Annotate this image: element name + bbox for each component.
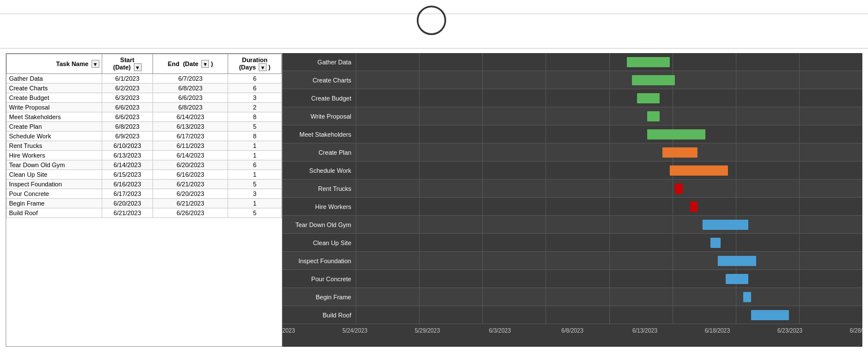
cell-task-name: Hire Workers [7, 151, 102, 160]
gantt-row: Build Roof [282, 306, 862, 324]
gantt-row: Inspect Foundation [282, 252, 862, 270]
gantt-row-label: Meet Stakeholders [282, 131, 356, 138]
cell-end: 6/8/2023 [153, 103, 228, 112]
table-row: Tear Down Old Gym 6/14/2023 6/20/2023 6 [7, 160, 282, 170]
gantt-bars-area [356, 107, 862, 125]
cell-task-name: Create Budget [7, 93, 102, 103]
gantt-row: Create Budget [282, 89, 862, 107]
task-table-container: Task Name ▼ Start(Date) ▼ End (Date ▼ ) … [6, 53, 282, 347]
gantt-bar [670, 165, 728, 176]
cell-start: 6/21/2023 [102, 208, 152, 218]
gantt-row-label: Create Plan [282, 149, 356, 156]
gantt-bar [637, 93, 660, 103]
end-filter-icon[interactable]: ▼ [201, 60, 209, 68]
brand-logo [417, 6, 452, 35]
gantt-bars-area [356, 252, 862, 269]
gantt-row: Create Charts [282, 71, 862, 89]
task-filter-icon[interactable]: ▼ [91, 60, 99, 68]
gantt-row-label: Write Proposal [282, 113, 356, 120]
gantt-row-label: Gather Data [282, 59, 356, 66]
cell-start: 6/6/2023 [102, 112, 152, 122]
gantt-row-label: Build Roof [282, 312, 356, 319]
gantt-row: Create Plan [282, 143, 862, 162]
table-row: Meet Stakeholders 6/6/2023 6/14/2023 8 [7, 112, 282, 122]
gantt-date-label: 5/19/2023 [282, 328, 295, 334]
cell-task-name: Clean Up Site [7, 170, 102, 180]
gantt-bars-area [356, 306, 862, 324]
gantt-date-label: 6/23/2023 [777, 328, 802, 334]
cell-start: 6/8/2023 [102, 122, 152, 132]
gantt-row-label: Begin Frame [282, 294, 356, 300]
gantt-row-label: Tear Down Old Gym [282, 221, 356, 228]
gantt-row-label: Rent Trucks [282, 185, 356, 192]
table-row: Inspect Foundation 6/16/2023 6/21/2023 5 [7, 180, 282, 189]
cell-start: 6/2/2023 [102, 84, 152, 93]
cell-task-name: Gather Data [7, 74, 102, 84]
start-filter-icon[interactable]: ▼ [134, 63, 142, 71]
header-divider2 [0, 48, 868, 49]
gantt-row: Write Proposal [282, 107, 862, 125]
gantt-row-label: Schedule Work [282, 167, 356, 174]
gantt-date-label: 6/18/2023 [705, 328, 730, 334]
table-row: Pour Concrete 6/17/2023 6/20/2023 3 [7, 189, 282, 199]
gantt-bars-area [356, 71, 862, 89]
cell-duration: 5 [228, 180, 282, 189]
gantt-bars-area [356, 234, 862, 251]
cell-start: 6/3/2023 [102, 93, 152, 103]
gantt-row: Meet Stakeholders [282, 125, 862, 143]
cell-duration: 3 [228, 93, 282, 103]
cell-task-name: Schedule Work [7, 132, 102, 141]
gantt-bar [751, 310, 789, 320]
dur-filter-icon[interactable]: ▼ [259, 63, 267, 71]
col-header-task: Task Name ▼ [7, 54, 102, 74]
gantt-bars-area [356, 162, 862, 179]
table-row: Create Plan 6/8/2023 6/13/2023 5 [7, 122, 282, 132]
cell-task-name: Pour Concrete [7, 189, 102, 199]
cell-end: 6/11/2023 [153, 141, 228, 151]
gantt-bar [743, 292, 751, 302]
main-content: Task Name ▼ Start(Date) ▼ End (Date ▼ ) … [0, 53, 868, 352]
gantt-bar [710, 238, 721, 248]
gantt-bar [690, 202, 697, 212]
gantt-row-label: Clean Up Site [282, 239, 356, 246]
cell-duration: 5 [228, 122, 282, 132]
gantt-bar [726, 274, 748, 284]
cell-duration: 8 [228, 132, 282, 141]
gantt-row-label: Inspect Foundation [282, 258, 356, 264]
cell-end: 6/14/2023 [153, 112, 228, 122]
table-row: Build Roof 6/21/2023 6/26/2023 5 [7, 208, 282, 218]
cell-end: 6/6/2023 [153, 93, 228, 103]
cell-start: 6/14/2023 [102, 160, 152, 170]
gantt-bar [703, 220, 748, 230]
table-row: Gather Data 6/1/2023 6/7/2023 6 [7, 74, 282, 84]
cell-task-name: Rent Trucks [7, 141, 102, 151]
gantt-row: Schedule Work [282, 162, 862, 180]
cell-duration: 2 [228, 103, 282, 112]
gantt-date-label: 5/29/2023 [415, 328, 440, 334]
cell-end: 6/7/2023 [153, 74, 228, 84]
gantt-bars-area [356, 125, 862, 143]
gantt-bars-area [356, 53, 862, 71]
table-row: Write Proposal 6/6/2023 6/8/2023 2 [7, 103, 282, 112]
cell-duration: 3 [228, 189, 282, 199]
gantt-row: Pour Concrete [282, 270, 862, 288]
cell-start: 6/1/2023 [102, 74, 152, 84]
gantt-row-label: Create Charts [282, 77, 356, 84]
cell-task-name: Create Plan [7, 122, 102, 132]
cell-duration: 1 [228, 141, 282, 151]
gantt-row: Rent Trucks [282, 180, 862, 198]
cell-end: 6/14/2023 [153, 151, 228, 160]
cell-start: 6/20/2023 [102, 199, 152, 208]
gantt-bar [627, 57, 670, 67]
gantt-date-axis: 5/19/20235/24/20235/29/20236/3/20236/8/2… [282, 324, 862, 340]
table-row: Create Charts 6/2/2023 6/8/2023 6 [7, 84, 282, 93]
gantt-rows: Gather DataCreate ChartsCreate BudgetWri… [282, 53, 862, 324]
cell-task-name: Begin Frame [7, 199, 102, 208]
cell-task-name: Inspect Foundation [7, 180, 102, 189]
table-row: Hire Workers 6/13/2023 6/14/2023 1 [7, 151, 282, 160]
cell-end: 6/13/2023 [153, 122, 228, 132]
cell-start: 6/15/2023 [102, 170, 152, 180]
cell-end: 6/21/2023 [153, 180, 228, 189]
gantt-bars-area [356, 89, 862, 107]
cell-start: 6/17/2023 [102, 189, 152, 199]
